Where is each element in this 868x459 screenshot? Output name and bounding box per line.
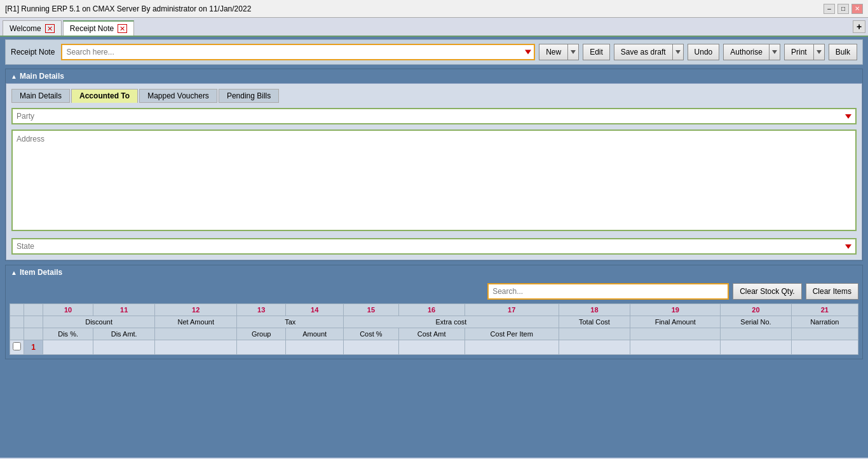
search-dropdown-arrow[interactable] bbox=[525, 50, 531, 55]
toolbar-label: Receipt Note bbox=[11, 48, 55, 57]
col-16-header: 16 bbox=[398, 304, 465, 316]
col-18-header: 18 bbox=[559, 304, 630, 316]
grp-net-amount: Net Amount bbox=[155, 316, 237, 328]
row-serial-no[interactable] bbox=[721, 340, 791, 355]
toolbar: Receipt Note New Edit Save as draft Undo… bbox=[5, 39, 863, 65]
grp-serial-no: Serial No. bbox=[721, 316, 791, 328]
new-button-group: New bbox=[539, 44, 579, 60]
sub-tab-main-details[interactable]: Main Details bbox=[11, 89, 70, 103]
party-dropdown-arrow[interactable] bbox=[845, 114, 851, 119]
tab-receipt-note-close[interactable]: ✕ bbox=[118, 24, 127, 33]
det-cost-pct: Cost % bbox=[344, 328, 398, 340]
maximize-button[interactable]: □ bbox=[837, 4, 849, 14]
clear-stock-button[interactable]: Clear Stock Qty. bbox=[733, 283, 801, 300]
col-11-header: 11 bbox=[93, 304, 155, 316]
main-details-collapse-icon[interactable]: ▲ bbox=[11, 73, 17, 80]
col-row-num-header bbox=[24, 304, 43, 316]
tab-receipt-note-label: Receipt Note bbox=[70, 24, 114, 33]
det-dis-amt: Dis Amt. bbox=[93, 328, 155, 340]
col-10-header: 10 bbox=[43, 304, 93, 316]
row-narration[interactable] bbox=[791, 340, 858, 355]
row-cost-amt[interactable] bbox=[398, 340, 465, 355]
col-checkbox-header bbox=[10, 304, 24, 316]
state-field bbox=[11, 238, 857, 255]
item-details-title: Item Details bbox=[20, 268, 62, 277]
sub-tab-mapped-vouchers[interactable]: Mapped Vouchers bbox=[139, 89, 217, 103]
close-button[interactable]: ✕ bbox=[851, 4, 863, 14]
det-narration-val bbox=[791, 328, 858, 340]
items-table-wrapper: 10 11 12 13 14 15 16 17 18 19 20 21 bbox=[10, 303, 858, 355]
grp-checkbox bbox=[10, 316, 24, 328]
window-controls: – □ ✕ bbox=[824, 4, 863, 14]
party-input-wrapper[interactable] bbox=[11, 108, 857, 124]
authorise-dropdown[interactable] bbox=[769, 44, 780, 60]
main-details-title: Main Details bbox=[20, 72, 64, 81]
main-content: Receipt Note New Edit Save as draft Undo… bbox=[0, 37, 868, 458]
item-details-panel: ▲ Item Details Clear Stock Qty. Clear It… bbox=[5, 265, 863, 359]
grp-tax: Tax bbox=[237, 316, 344, 328]
col-17-header: 17 bbox=[465, 304, 559, 316]
save-draft-button[interactable]: Save as draft bbox=[614, 44, 672, 60]
address-textarea[interactable] bbox=[11, 130, 857, 231]
sub-tab-accounted-to[interactable]: Accounted To bbox=[71, 89, 138, 103]
state-input[interactable] bbox=[17, 242, 845, 251]
authorise-button-group: Authorise bbox=[723, 44, 780, 60]
edit-button[interactable]: Edit bbox=[583, 44, 610, 60]
search-input[interactable] bbox=[66, 48, 530, 57]
row-net-amount[interactable] bbox=[155, 340, 237, 355]
minimize-button[interactable]: – bbox=[824, 4, 835, 14]
row-checkbox[interactable] bbox=[13, 342, 21, 350]
det-serial-no-val bbox=[721, 328, 791, 340]
party-field bbox=[11, 108, 857, 124]
row-tax-group[interactable] bbox=[237, 340, 286, 355]
col-13-header: 13 bbox=[237, 304, 286, 316]
row-cost-per-item[interactable] bbox=[465, 340, 559, 355]
print-button-group: Print bbox=[784, 44, 825, 60]
det-dis-pct: Dis %. bbox=[43, 328, 93, 340]
title-bar: [R1] Running ERP 5.1 on CMAX Server By a… bbox=[0, 0, 868, 18]
items-table: 10 11 12 13 14 15 16 17 18 19 20 21 bbox=[10, 303, 858, 355]
row-total-cost[interactable] bbox=[559, 340, 630, 355]
item-search-input[interactable] bbox=[487, 283, 729, 300]
clear-items-button[interactable]: Clear Items bbox=[806, 283, 858, 300]
det-rownum bbox=[24, 328, 43, 340]
tab-welcome-close[interactable]: ✕ bbox=[45, 24, 55, 33]
tab-welcome-label: Welcome bbox=[10, 24, 41, 33]
tab-add-button[interactable]: + bbox=[853, 20, 865, 33]
row-checkbox-cell bbox=[10, 340, 24, 355]
row-tax-amount[interactable] bbox=[286, 340, 344, 355]
tab-welcome[interactable]: Welcome ✕ bbox=[3, 20, 62, 36]
col-19-header: 19 bbox=[630, 304, 721, 316]
det-tax-group: Group bbox=[237, 328, 286, 340]
row-number-cell: 1 bbox=[24, 340, 43, 355]
new-dropdown-button[interactable] bbox=[567, 44, 579, 60]
print-button[interactable]: Print bbox=[784, 44, 813, 60]
sub-tab-pending-bills[interactable]: Pending Bills bbox=[219, 89, 279, 103]
row-final-amount[interactable] bbox=[630, 340, 721, 355]
undo-button[interactable]: Undo bbox=[688, 44, 720, 60]
state-input-wrapper[interactable] bbox=[11, 238, 857, 255]
party-input[interactable] bbox=[17, 112, 845, 121]
row-cost-pct[interactable] bbox=[344, 340, 398, 355]
print-dropdown[interactable] bbox=[813, 44, 825, 60]
state-dropdown-arrow[interactable] bbox=[845, 244, 851, 249]
tab-receipt-note[interactable]: Receipt Note ✕ bbox=[63, 20, 134, 36]
grp-rownum bbox=[24, 316, 43, 328]
tab-bar: Welcome ✕ Receipt Note ✕ + bbox=[0, 18, 868, 37]
col-21-header: 21 bbox=[791, 304, 858, 316]
item-details-collapse-icon[interactable]: ▲ bbox=[11, 269, 17, 276]
row-dis-pct[interactable] bbox=[43, 340, 93, 355]
col-15-header: 15 bbox=[344, 304, 398, 316]
sub-tab-bar: Main Details Accounted To Mapped Voucher… bbox=[11, 89, 857, 103]
window-title: [R1] Running ERP 5.1 on CMAX Server By a… bbox=[5, 4, 251, 13]
bulk-button[interactable]: Bulk bbox=[829, 44, 857, 60]
save-draft-dropdown[interactable] bbox=[672, 44, 684, 60]
col-12-header: 12 bbox=[155, 304, 237, 316]
main-details-panel: ▲ Main Details Main Details Accounted To… bbox=[5, 69, 863, 261]
det-cost-per-item: Cost Per Item bbox=[465, 328, 559, 340]
item-details-body: Clear Stock Qty. Clear Items 10 11 12 bbox=[6, 279, 862, 359]
new-button[interactable]: New bbox=[539, 44, 567, 60]
row-dis-amt[interactable] bbox=[93, 340, 155, 355]
authorise-button[interactable]: Authorise bbox=[723, 44, 769, 60]
table-row: 1 bbox=[10, 340, 858, 355]
